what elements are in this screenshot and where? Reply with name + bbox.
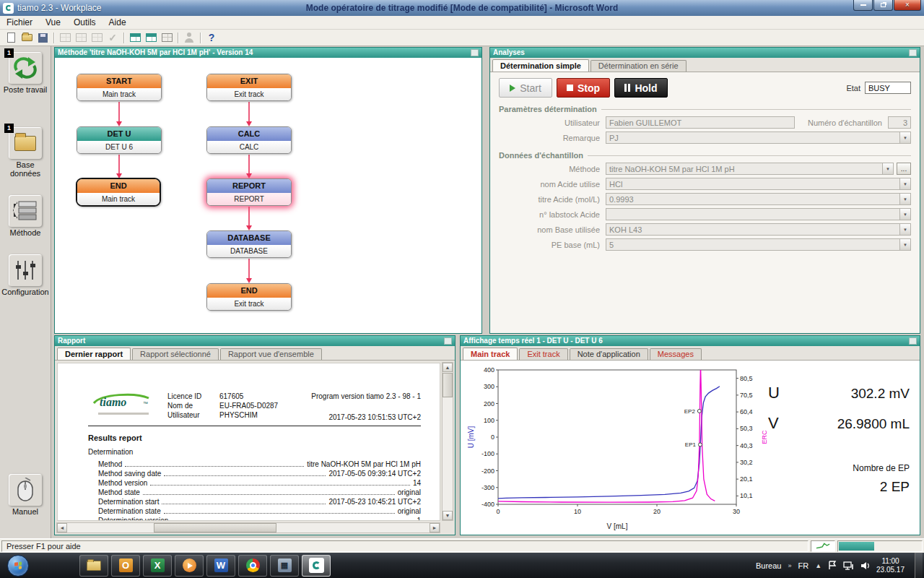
table-view-2-icon[interactable] xyxy=(143,30,159,45)
flowchart-canvas[interactable]: START Main track DET U DET U 6 END Main … xyxy=(55,58,481,333)
labstock-acide-field[interactable] xyxy=(606,209,899,220)
tab-determination-serie[interactable]: Détermination en série xyxy=(590,60,687,72)
taskbar-calculator-button[interactable]: ▦ xyxy=(270,555,299,577)
sidebar-item-base-donnees[interactable]: 1 Base données xyxy=(0,127,51,178)
menu-vue[interactable]: Vue xyxy=(39,16,67,29)
language-indicator[interactable]: FR xyxy=(798,561,808,570)
start-button[interactable]: Start xyxy=(499,78,552,98)
sidebar-item-configuration[interactable]: Configuration xyxy=(0,254,51,296)
remarque-field[interactable] xyxy=(606,132,899,143)
tab-dernier-rapport[interactable]: Dernier rapport xyxy=(57,348,131,360)
user-icon[interactable] xyxy=(181,30,197,45)
flow-node-database[interactable]: DATABASE DATABASE xyxy=(206,230,292,258)
methode-browse-button[interactable]: ... xyxy=(897,163,911,175)
tab-messages[interactable]: Messages xyxy=(650,348,702,360)
chevron-down-icon[interactable]: ▼ xyxy=(899,209,910,220)
horizontal-scrollbar[interactable]: ◄ ► xyxy=(56,522,440,533)
live-curve-mini-icon[interactable] xyxy=(811,540,835,552)
flow-node-end-main[interactable]: END Main track xyxy=(76,178,161,207)
open-icon[interactable] xyxy=(19,30,35,45)
taskbar-media-player-button[interactable] xyxy=(175,555,204,577)
flow-node-det-u[interactable]: DET U DET U 6 xyxy=(77,126,162,154)
nom-acide-field[interactable] xyxy=(606,178,899,189)
taskbar-chrome-button[interactable] xyxy=(238,555,267,577)
tab-rapport-vue-ensemble[interactable]: Rapport vue d'ensemble xyxy=(220,348,322,360)
menu-aide[interactable]: Aide xyxy=(103,16,133,29)
tab-note-application[interactable]: Note d'application xyxy=(570,348,648,360)
numero-echantillon-field[interactable] xyxy=(888,116,911,129)
hold-button[interactable]: Hold xyxy=(614,78,668,98)
sidebar-item-poste-travail[interactable]: 1 Poste travail xyxy=(0,52,51,94)
chevron-down-icon[interactable]: ▼ xyxy=(899,132,910,143)
tray-expand-icon[interactable]: ▲ xyxy=(815,562,821,569)
labstock-acide-select[interactable]: ▼ xyxy=(606,208,911,220)
window-layout-2-icon[interactable] xyxy=(73,30,89,45)
scrollbar-thumb[interactable] xyxy=(443,373,453,397)
pe-base-field[interactable] xyxy=(606,239,899,250)
nom-acide-select[interactable]: ▼ xyxy=(606,178,911,190)
sidebar-item-methode[interactable]: Méthode xyxy=(0,195,51,237)
confirm-icon[interactable]: ✓ xyxy=(105,30,121,45)
vertical-scrollbar[interactable]: ▲ ▼ xyxy=(442,362,453,521)
scroll-up-icon[interactable]: ▲ xyxy=(443,363,453,372)
etat-field[interactable] xyxy=(865,82,911,94)
chevron-down-icon[interactable]: ▼ xyxy=(899,224,910,235)
tab-main-track[interactable]: Main track xyxy=(463,348,518,360)
flow-node-report[interactable]: REPORT REPORT xyxy=(206,178,292,206)
action-center-flag-icon[interactable] xyxy=(828,561,837,570)
menu-fichier[interactable]: Fichier xyxy=(0,16,39,29)
volume-icon[interactable] xyxy=(860,561,870,570)
chevron-down-icon[interactable]: ▼ xyxy=(882,163,893,174)
window-layout-3-icon[interactable] xyxy=(89,30,105,45)
desktop-toolbar-chevron[interactable]: » xyxy=(788,562,791,569)
remarque-select[interactable]: ▼ xyxy=(606,131,911,144)
taskbar-excel-button[interactable]: X xyxy=(143,555,172,577)
start-button[interactable] xyxy=(7,555,29,577)
tab-exit-track[interactable]: Exit track xyxy=(519,348,567,360)
sidebar-item-manuel[interactable]: Manuel xyxy=(0,474,51,516)
scrollbar-thumb[interactable] xyxy=(154,523,276,532)
chevron-down-icon[interactable]: ▼ xyxy=(899,239,910,250)
restore-button[interactable] xyxy=(873,0,893,11)
menu-outils[interactable]: Outils xyxy=(67,16,103,29)
taskbar-clock[interactable]: 11:00 23.05.17 xyxy=(876,557,905,574)
nom-base-select[interactable]: ▼ xyxy=(606,223,911,236)
titre-acide-select[interactable]: ▼ xyxy=(606,193,911,205)
taskbar-word-button[interactable]: W xyxy=(206,555,235,577)
utilisateur-field[interactable] xyxy=(606,116,795,129)
flow-node-start[interactable]: START Main track xyxy=(77,74,162,101)
window-layout-icon[interactable] xyxy=(57,30,73,45)
stop-button[interactable]: Stop xyxy=(557,78,610,98)
table-view-icon[interactable] xyxy=(127,30,143,45)
methode-select[interactable]: ▼ xyxy=(606,163,894,175)
panel-restore-icon[interactable] xyxy=(909,337,917,345)
methode-field[interactable] xyxy=(606,163,882,174)
tab-rapport-selectionne[interactable]: Rapport sélectionné xyxy=(132,348,219,360)
minimize-button[interactable] xyxy=(853,0,873,11)
flow-node-exit[interactable]: EXIT Exit track xyxy=(206,74,292,101)
chevron-down-icon[interactable]: ▼ xyxy=(899,194,910,204)
pe-base-select[interactable]: ▼ xyxy=(606,238,911,251)
desktop-toolbar-label[interactable]: Bureau xyxy=(756,561,781,570)
scroll-left-icon[interactable]: ◄ xyxy=(57,523,67,532)
new-document-icon[interactable] xyxy=(3,30,19,45)
close-button[interactable]: × xyxy=(894,0,921,11)
save-icon[interactable] xyxy=(35,30,51,45)
chevron-down-icon[interactable]: ▼ xyxy=(899,178,910,189)
panel-restore-icon[interactable] xyxy=(909,49,917,56)
taskbar-outlook-button[interactable]: O xyxy=(111,555,140,577)
taskbar-explorer-button[interactable] xyxy=(79,555,108,577)
panel-restore-icon[interactable] xyxy=(444,337,452,345)
taskbar-tiamo-button[interactable] xyxy=(302,555,331,577)
scroll-down-icon[interactable]: ▼ xyxy=(443,511,453,520)
network-icon[interactable] xyxy=(843,561,854,570)
nom-base-field[interactable] xyxy=(606,224,899,235)
show-desktop-button[interactable] xyxy=(915,553,923,578)
scroll-right-icon[interactable]: ► xyxy=(430,523,440,532)
flow-node-end-exit[interactable]: END Exit track xyxy=(206,283,292,311)
tab-determination-simple[interactable]: Détermination simple xyxy=(492,59,589,72)
titre-acide-field[interactable] xyxy=(606,194,899,204)
grid-view-icon[interactable] xyxy=(159,30,175,45)
flow-node-calc[interactable]: CALC CALC xyxy=(206,126,292,154)
panel-restore-icon[interactable] xyxy=(471,49,479,56)
